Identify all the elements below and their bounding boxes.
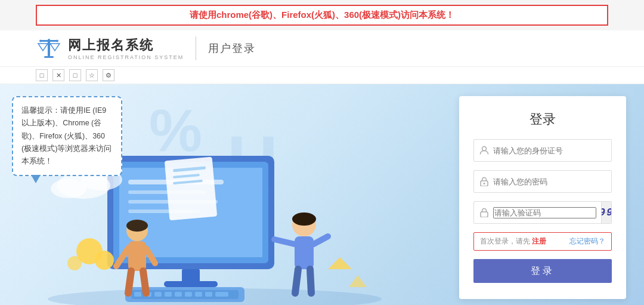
logo-main: 网上报名系统 bbox=[68, 36, 184, 54]
logo: 网上报名系统 ONLINE REGISTRATION SYSTEM bbox=[36, 35, 184, 61]
svg-rect-26 bbox=[185, 292, 192, 297]
svg-point-3 bbox=[56, 40, 58, 42]
login-panel: 登录 bbox=[459, 96, 626, 299]
svg-line-35 bbox=[143, 271, 146, 293]
svg-rect-18 bbox=[164, 281, 218, 287]
main-content: % H % 温馨提示：请使用IE (IE9以上版本)、Chrome (谷歌)、F… bbox=[0, 84, 644, 305]
svg-line-41 bbox=[295, 269, 298, 293]
captcha-row: 2998 bbox=[473, 201, 612, 224]
banner-text: 请使用chrome(谷歌)、Firefox(火狐)、360(极速模式)访问本系统… bbox=[190, 10, 454, 20]
svg-rect-27 bbox=[195, 292, 202, 297]
warning-box: 温馨提示：请使用IE (IE9以上版本)、Chrome (谷歌)、Firefox… bbox=[12, 96, 122, 176]
svg-rect-28 bbox=[205, 292, 212, 297]
top-banner: 请使用chrome(谷歌)、Firefox(火狐)、360(极速模式)访问本系统… bbox=[36, 5, 608, 26]
toolbar-btn-minimize[interactable]: □ bbox=[36, 69, 48, 81]
login-title: 登录 bbox=[473, 110, 612, 128]
svg-rect-1 bbox=[41, 40, 57, 42]
svg-point-36 bbox=[126, 220, 148, 232]
header-subtitle: 用户登录 bbox=[208, 41, 256, 56]
svg-rect-24 bbox=[165, 292, 172, 297]
captcha-value: 2998 bbox=[601, 207, 611, 218]
svg-rect-4 bbox=[44, 56, 54, 58]
id-input[interactable] bbox=[493, 146, 606, 155]
logo-text: 网上报名系统 ONLINE REGISTRATION SYSTEM bbox=[68, 36, 184, 60]
svg-rect-25 bbox=[175, 292, 182, 297]
svg-point-45 bbox=[95, 251, 114, 270]
svg-rect-55 bbox=[481, 212, 488, 217]
captcha-image[interactable]: 2998 bbox=[601, 202, 611, 223]
svg-rect-23 bbox=[154, 292, 162, 297]
header: 网上报名系统 ONLINE REGISTRATION SYSTEM 用户登录 bbox=[0, 30, 644, 67]
register-row: 首次登录，请先 注册 忘记密码？ bbox=[473, 232, 612, 251]
toolbar-btn-close[interactable]: ✕ bbox=[52, 69, 64, 81]
svg-point-52 bbox=[482, 147, 487, 151]
svg-line-39 bbox=[274, 239, 295, 244]
pw-input[interactable] bbox=[493, 177, 606, 186]
register-hint: 首次登录，请先 bbox=[480, 237, 530, 245]
svg-rect-31 bbox=[128, 241, 146, 271]
captcha-input-wrap bbox=[474, 207, 601, 218]
lock-icon bbox=[479, 176, 490, 187]
toolbar-btn-restore[interactable]: □ bbox=[69, 69, 81, 81]
svg-marker-50 bbox=[328, 257, 352, 269]
svg-rect-13 bbox=[165, 157, 217, 221]
svg-line-42 bbox=[310, 269, 311, 293]
svg-rect-21 bbox=[134, 292, 141, 297]
svg-point-43 bbox=[292, 212, 316, 226]
toolbar-btn-settings[interactable]: ⚙ bbox=[103, 69, 114, 81]
pw-input-group bbox=[473, 170, 612, 193]
forgot-link[interactable]: 忘记密码？ bbox=[569, 236, 605, 247]
svg-point-49 bbox=[51, 179, 86, 198]
svg-rect-29 bbox=[215, 292, 228, 297]
toolbar-btn-star[interactable]: ☆ bbox=[86, 69, 98, 81]
id-input-group bbox=[473, 139, 612, 162]
svg-rect-38 bbox=[295, 236, 314, 269]
logo-sub: ONLINE REGISTRATION SYSTEM bbox=[68, 54, 184, 60]
svg-point-46 bbox=[67, 256, 82, 270]
toolbar: □ ✕ □ ☆ ⚙ bbox=[0, 67, 644, 84]
login-button[interactable]: 登录 bbox=[473, 259, 612, 283]
svg-line-34 bbox=[128, 271, 131, 293]
svg-point-54 bbox=[484, 183, 485, 184]
svg-line-40 bbox=[314, 236, 328, 244]
user-icon bbox=[479, 145, 490, 156]
logo-icon bbox=[36, 35, 62, 61]
svg-point-2 bbox=[39, 40, 42, 42]
header-divider bbox=[196, 36, 196, 60]
svg-marker-51 bbox=[349, 275, 367, 287]
warning-text: 温馨提示：请使用IE (IE9以上版本)、Chrome (谷歌)、Firefox… bbox=[21, 106, 112, 165]
captcha-lock-icon bbox=[479, 207, 490, 218]
captcha-input[interactable] bbox=[493, 207, 596, 218]
register-link[interactable]: 注册 bbox=[532, 237, 546, 245]
